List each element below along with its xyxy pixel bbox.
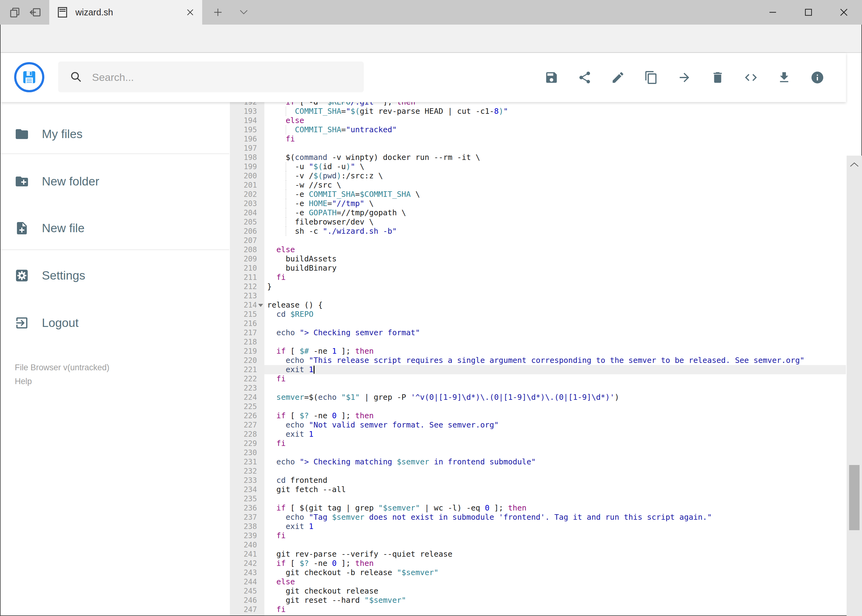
search-box[interactable] xyxy=(58,61,364,92)
code-line[interactable]: 240 xyxy=(230,541,846,550)
code-line[interactable]: 231 echo "> Checking matching $semver in… xyxy=(230,457,846,467)
help-link[interactable]: Help xyxy=(15,377,32,386)
line-number[interactable]: 212 xyxy=(230,282,257,291)
line-number[interactable]: 194 xyxy=(230,116,257,125)
code-line[interactable]: 198 $(command -v winpty) docker run --rm… xyxy=(230,153,846,162)
tab-preview-icon[interactable] xyxy=(9,6,21,19)
code-line[interactable]: 206 sh -c "./wizard.sh -b" xyxy=(230,227,846,236)
code-line[interactable]: 226 if [ $? -ne 0 ]; then xyxy=(230,411,846,420)
line-number[interactable]: 234 xyxy=(230,485,257,494)
search-input[interactable] xyxy=(91,61,357,93)
fold-marker-icon[interactable] xyxy=(258,304,263,307)
code-line[interactable]: 225 xyxy=(230,402,846,411)
line-number[interactable]: 205 xyxy=(230,217,257,227)
line-number[interactable]: 204 xyxy=(230,208,257,217)
sidebar-item-my-files[interactable]: My files xyxy=(1,119,229,149)
copy-button[interactable] xyxy=(644,71,658,85)
code-line[interactable]: 204 -e GOPATH=//tmp/gopath \ xyxy=(230,208,846,217)
code-line[interactable]: 238 exit 1 xyxy=(230,522,846,531)
tab-close-icon[interactable] xyxy=(184,7,196,18)
line-number[interactable]: 231 xyxy=(230,457,257,467)
code-line[interactable]: 201 -w //src \ xyxy=(230,181,846,190)
tab-list-chevron-icon[interactable] xyxy=(238,9,249,16)
code-line[interactable]: 236 if [ $(git tag | grep "$semver" | wc… xyxy=(230,503,846,513)
scroll-up-icon[interactable] xyxy=(849,161,860,168)
code-line[interactable]: 210 buildBinary xyxy=(230,264,846,273)
code-line[interactable]: 195 COMMIT_SHA="untracked" xyxy=(230,125,846,134)
code-line[interactable]: 215 cd $REPO xyxy=(230,310,846,319)
delete-button[interactable] xyxy=(711,71,725,85)
code-line[interactable]: 244 else xyxy=(230,577,846,586)
code-line[interactable]: 227 echo "Not valid semver format. See s… xyxy=(230,420,846,430)
code-line[interactable]: 208 else xyxy=(230,245,846,255)
code-line[interactable]: 200 -v /$(pwd):/src:z \ xyxy=(230,171,846,181)
code-line[interactable]: 241 git rev-parse --verify --quiet relea… xyxy=(230,550,846,559)
line-number[interactable]: 198 xyxy=(230,153,257,162)
line-number[interactable]: 202 xyxy=(230,190,257,199)
line-number[interactable]: 237 xyxy=(230,513,257,522)
code-line[interactable]: 212} xyxy=(230,282,846,291)
code-line[interactable]: 194 else xyxy=(230,116,846,125)
share-button[interactable] xyxy=(578,71,592,85)
code-line[interactable]: 202 -e COMMIT_SHA=$COMMIT_SHA \ xyxy=(230,190,846,199)
line-number[interactable]: 207 xyxy=(230,236,257,245)
code-line[interactable]: 220 echo "This release script requires a… xyxy=(230,356,846,365)
line-number[interactable]: 197 xyxy=(230,144,257,153)
code-line[interactable]: 230 xyxy=(230,448,846,457)
code-line[interactable]: 196 fi xyxy=(230,134,846,144)
line-number[interactable]: 213 xyxy=(230,291,257,300)
line-number[interactable]: 199 xyxy=(230,162,257,171)
code-line[interactable]: 192 if [ -d "$REPO/.git" ]; then xyxy=(230,102,846,107)
line-number[interactable]: 225 xyxy=(230,402,257,411)
code-line[interactable]: 245 git checkout release xyxy=(230,586,846,596)
line-number[interactable]: 228 xyxy=(230,430,257,439)
line-number[interactable]: 200 xyxy=(230,171,257,181)
code-line[interactable]: 218 xyxy=(230,337,846,347)
line-number[interactable]: 226 xyxy=(230,411,257,420)
download-button[interactable] xyxy=(777,71,791,85)
line-number[interactable]: 215 xyxy=(230,310,257,319)
info-button[interactable] xyxy=(810,71,824,85)
line-number[interactable]: 243 xyxy=(230,568,257,577)
line-number[interactable]: 196 xyxy=(230,134,257,144)
line-number[interactable]: 238 xyxy=(230,522,257,531)
line-number[interactable]: 241 xyxy=(230,550,257,559)
code-line[interactable]: 235 xyxy=(230,494,846,503)
code-line[interactable]: 197 xyxy=(230,144,846,153)
minimize-button[interactable] xyxy=(760,0,785,25)
line-number[interactable]: 211 xyxy=(230,273,257,282)
new-tab-icon[interactable] xyxy=(212,7,224,18)
code-line[interactable]: 222 fi xyxy=(230,374,846,383)
line-number[interactable]: 236 xyxy=(230,503,257,513)
code-line[interactable]: 247 fi xyxy=(230,605,846,614)
code-line[interactable]: 223 xyxy=(230,383,846,393)
code-line[interactable]: 242 if [ $? -ne 0 ]; then xyxy=(230,559,846,568)
line-number[interactable]: 216 xyxy=(230,319,257,328)
code-line[interactable]: 193 COMMIT_SHA="$(git rev-parse HEAD | c… xyxy=(230,107,846,116)
sidebar-item-new-folder[interactable]: New folder xyxy=(1,167,229,196)
line-number[interactable]: 218 xyxy=(230,337,257,347)
code-line[interactable]: 219 if [ $# -ne 1 ]; then xyxy=(230,347,846,356)
code-editor[interactable]: 192 if [ -d "$REPO/.git" ]; then193 COMM… xyxy=(230,102,846,615)
move-button[interactable] xyxy=(678,71,692,85)
line-number[interactable]: 217 xyxy=(230,328,257,337)
code-line[interactable]: 216 xyxy=(230,319,846,328)
sidebar-item-new-file[interactable]: New file xyxy=(1,214,229,243)
code-line[interactable]: 203 -e HOME="//tmp" \ xyxy=(230,199,846,208)
set-tabs-aside-icon[interactable] xyxy=(29,6,41,19)
code-line[interactable]: 243 git checkout -b release "$semver" xyxy=(230,568,846,577)
code-line[interactable]: 237 echo "Tag $semver does not exist in … xyxy=(230,513,846,522)
line-number[interactable]: 203 xyxy=(230,199,257,208)
code-line[interactable]: 211 fi xyxy=(230,273,846,282)
line-number[interactable]: 195 xyxy=(230,125,257,134)
browser-tab[interactable]: wizard.sh xyxy=(49,0,202,25)
sidebar-item-settings[interactable]: Settings xyxy=(1,261,229,290)
line-number[interactable]: 244 xyxy=(230,577,257,586)
code-line[interactable]: 224 semver=$(echo "$1" | grep -P '^v(0|[… xyxy=(230,393,846,402)
line-number[interactable]: 221 xyxy=(230,365,257,374)
code-line[interactable]: 207 xyxy=(230,236,846,245)
line-number[interactable]: 206 xyxy=(230,227,257,236)
line-number[interactable]: 245 xyxy=(230,586,257,596)
code-line[interactable]: 232 xyxy=(230,467,846,476)
code-line[interactable]: 246 git reset --hard "$semver" xyxy=(230,596,846,605)
